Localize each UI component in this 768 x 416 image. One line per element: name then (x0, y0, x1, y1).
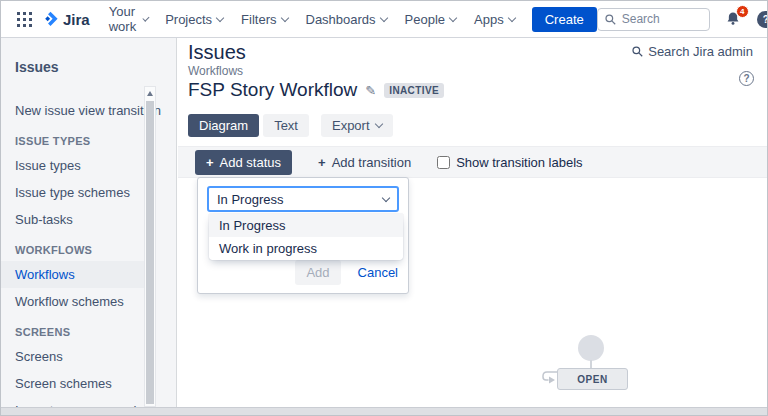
horizontal-scrollbar[interactable] (1, 407, 767, 415)
status-option-work-in-progress[interactable]: Work in progress (209, 237, 403, 260)
notifications-button[interactable]: 4 (722, 7, 744, 31)
search-icon (605, 14, 616, 25)
add-button[interactable]: Add (295, 260, 340, 285)
nav-item-apps[interactable]: Apps (465, 1, 524, 37)
page-title: Issues (188, 40, 246, 64)
status-select-value: In Progress (217, 192, 283, 207)
help-button[interactable]: ? 3+ (755, 7, 768, 31)
global-search-input[interactable] (622, 12, 702, 26)
nav-item-filters[interactable]: Filters (232, 1, 296, 37)
grid-icon (17, 12, 32, 27)
sidebar-item-new-issue-view-transition[interactable]: New issue view transition (1, 97, 144, 124)
cancel-button[interactable]: Cancel (358, 265, 398, 280)
jira-logo-icon (42, 11, 59, 28)
sidebar-item-issue-type-schemes[interactable]: Issue type schemes (1, 179, 144, 206)
edit-pencil-icon[interactable]: ✎ (365, 83, 376, 98)
tab-export[interactable]: Export (321, 114, 393, 137)
workflow-toolbar: + Add status + Add transition Show trans… (178, 146, 767, 178)
show-transition-labels-control[interactable]: Show transition labels (437, 155, 582, 170)
top-navigation: Jira Your work Projects Filters Dashboar… (1, 1, 767, 38)
nav-item-your-work[interactable]: Your work (100, 1, 156, 37)
initial-status-circle-node[interactable] (578, 335, 604, 361)
chevron-down-icon (374, 120, 382, 128)
chevron-down-icon (382, 193, 390, 201)
tab-diagram[interactable]: Diagram (188, 114, 259, 137)
sidebar-item-issue-types[interactable]: Issue types (1, 152, 144, 179)
jira-logo[interactable]: Jira (38, 11, 100, 28)
chevron-down-icon (142, 14, 149, 21)
sidebar-title: Issues (1, 38, 176, 75)
status-select[interactable]: In Progress (207, 186, 399, 212)
sidebar-item-screen-schemes[interactable]: Screen schemes (1, 370, 144, 397)
search-icon (632, 46, 643, 57)
notifications-badge: 4 (736, 5, 749, 18)
sidebar-scrollbar[interactable] (144, 86, 156, 407)
show-transition-labels-checkbox[interactable] (437, 156, 450, 169)
breadcrumb[interactable]: Workflows (188, 64, 243, 78)
search-jira-admin-link[interactable]: Search Jira admin (632, 44, 753, 59)
plus-icon: + (206, 156, 214, 169)
arrowhead-icon (549, 377, 555, 384)
jira-logo-text: Jira (63, 11, 90, 28)
chevron-down-icon (449, 13, 457, 21)
scrollbar-thumb[interactable] (146, 101, 154, 404)
page-help-button[interactable]: ? (739, 71, 754, 86)
add-status-button[interactable]: + Add status (195, 150, 292, 175)
status-node-open[interactable]: OPEN (557, 368, 628, 390)
sidebar-item-workflow-schemes[interactable]: Workflow schemes (1, 288, 144, 315)
sidebar-item-issue-type-screen-schemes[interactable]: Issue type screen schemes (1, 397, 144, 407)
sidebar-item-workflows[interactable]: Workflows (1, 261, 144, 288)
app-switcher-icon[interactable] (11, 8, 38, 31)
status-option-list: In Progress Work in progress (209, 214, 403, 260)
scrollbar-up-arrow[interactable] (145, 87, 155, 100)
nav-item-projects[interactable]: Projects (156, 1, 232, 37)
chevron-down-icon (379, 13, 387, 21)
nav-item-people[interactable]: People (396, 1, 465, 37)
global-search-box[interactable] (597, 8, 710, 31)
chevron-down-icon (216, 13, 224, 21)
nav-item-dashboards[interactable]: Dashboards (297, 1, 396, 37)
jira-workflow-designer-window: Jira Your work Projects Filters Dashboar… (0, 0, 768, 416)
sidebar-item-screens[interactable]: Screens (1, 343, 144, 370)
chevron-down-icon (507, 13, 515, 21)
create-button[interactable]: Create (532, 7, 597, 32)
status-option-in-progress[interactable]: In Progress (209, 214, 403, 237)
sidebar-item-sub-tasks[interactable]: Sub-tasks (1, 206, 144, 233)
admin-sidebar: Issues New issue view transition ISSUE T… (1, 38, 177, 407)
show-transition-labels-label: Show transition labels (456, 155, 582, 170)
chevron-down-icon (280, 13, 288, 21)
add-status-dialog: In Progress In Progress Work in progress… (197, 177, 409, 294)
view-mode-tabs: Diagram Text Export (188, 114, 767, 137)
add-transition-button[interactable]: + Add transition (318, 155, 411, 170)
plus-icon: + (318, 156, 326, 169)
workflow-title: FSP Story Workflow (188, 79, 357, 101)
triangle-up-icon (147, 91, 153, 96)
tab-text[interactable]: Text (263, 114, 309, 137)
status-badge: INACTIVE (384, 83, 444, 98)
